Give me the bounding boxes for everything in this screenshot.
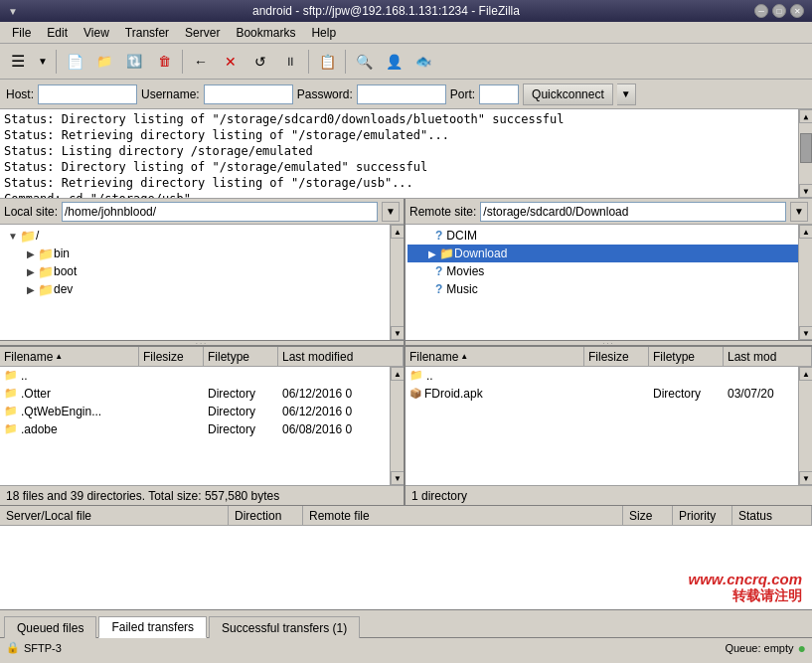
tree-item-download[interactable]: ▶ 📁 Download — [407, 245, 810, 262]
col-filesize-remote[interactable]: Filesize — [584, 347, 649, 366]
question-icon-music: ? — [435, 282, 442, 296]
password-label: Password: — [297, 87, 353, 101]
tree-toggle-boot[interactable]: ▶ — [24, 264, 38, 278]
titlebar: ▼ android - sftp://jpw@192.168.1.131:123… — [0, 0, 812, 22]
status-line-6: Command: cd "/storage/usb" — [4, 191, 808, 199]
password-input[interactable] — [357, 84, 446, 104]
tree-item-boot[interactable]: ▶ 📁 boot — [2, 262, 402, 280]
tree-item-music[interactable]: ? Music — [407, 280, 810, 298]
quickconnect-button[interactable]: Quickconnect — [523, 83, 613, 105]
th-server[interactable]: Server/Local file — [0, 506, 229, 525]
tree-toggle-root[interactable]: ▼ — [6, 229, 20, 243]
tab-failed[interactable]: Failed transfers — [98, 616, 207, 638]
th-priority[interactable]: Priority — [673, 506, 732, 525]
ltree-scroll-up[interactable]: ▲ — [391, 225, 404, 239]
remote-file-row-fdroid[interactable]: 📦 FDroid.apk Directory 03/07/20 — [406, 385, 812, 403]
remote-site-input[interactable] — [480, 202, 786, 222]
titlebar-arrow[interactable]: ▼ — [8, 6, 18, 17]
lfl-scroll-up[interactable]: ▲ — [391, 367, 404, 381]
th-status[interactable]: Status — [732, 506, 812, 525]
minimize-button[interactable]: ─ — [754, 4, 768, 18]
folder-icon-download: 📁 — [439, 247, 454, 260]
toolbar-logmanager[interactable]: 📋 — [313, 48, 341, 76]
menu-server[interactable]: Server — [177, 24, 228, 42]
local-filelist-scrollbar[interactable]: ▲ ▼ — [390, 367, 404, 485]
col-filename-local[interactable]: Filename ▲ — [0, 347, 139, 366]
remote-tree-scrollbar[interactable]: ▲ ▼ — [798, 225, 812, 340]
col-filesize-local[interactable]: Filesize — [139, 347, 204, 366]
remote-file-row-up[interactable]: 📁 .. — [406, 367, 812, 385]
th-remote[interactable]: Remote file — [303, 506, 623, 525]
menu-file[interactable]: File — [4, 24, 39, 42]
close-button[interactable]: ✕ — [790, 4, 804, 18]
scroll-up[interactable]: ▲ — [799, 109, 812, 123]
th-size[interactable]: Size — [623, 506, 673, 525]
statuslog-scrollbar[interactable]: ▲ ▼ — [798, 109, 812, 198]
remote-site-bar: Remote site: ▼ — [406, 199, 812, 225]
tree-toggle-dev[interactable]: ▶ — [24, 282, 38, 296]
tab-queued[interactable]: Queued files — [4, 616, 96, 638]
toolbar-back[interactable]: ← — [187, 48, 215, 76]
host-input[interactable] — [38, 84, 137, 104]
toolbar-search[interactable]: 🔍 — [350, 48, 378, 76]
col-filetype-remote[interactable]: Filetype — [649, 347, 724, 366]
menu-help[interactable]: Help — [303, 24, 344, 42]
scroll-down[interactable]: ▼ — [799, 184, 812, 198]
titlebar-title: android - sftp://jpw@192.168.1.131:1234 … — [252, 4, 520, 18]
toolbar-delete[interactable]: 🗑 — [150, 48, 178, 76]
ltree-scroll-down[interactable]: ▼ — [391, 326, 404, 340]
menu-bookmarks[interactable]: Bookmarks — [228, 24, 303, 42]
toolbar-opensite[interactable]: ☰ — [4, 48, 32, 76]
toolbar-newfile[interactable]: 📄 — [61, 48, 88, 76]
col-lastmod-remote[interactable]: Last mod — [724, 347, 812, 366]
tree-item-dcim[interactable]: ? DCIM — [407, 227, 810, 245]
rtree-scroll-up[interactable]: ▲ — [799, 225, 812, 239]
toolbar-refresh[interactable]: 🔃 — [120, 48, 148, 76]
remote-filelist-body: 📁 .. 📦 FDroid.apk Directory 03/07/20 — [406, 367, 812, 485]
tree-item-root[interactable]: ▼ 📁 / — [2, 227, 402, 245]
menu-view[interactable]: View — [76, 24, 117, 42]
th-direction[interactable]: Direction — [229, 506, 303, 525]
tab-successful[interactable]: Successful transfers (1) — [209, 616, 360, 638]
toolbar-user[interactable]: 👤 — [380, 48, 407, 76]
col-lastmod-local[interactable]: Last modified — [278, 347, 404, 366]
col-filename-remote[interactable]: Filename ▲ — [406, 347, 584, 366]
lfl-scroll-down[interactable]: ▼ — [391, 471, 404, 485]
rfl-scroll-up[interactable]: ▲ — [799, 367, 812, 381]
local-file-row-adobe[interactable]: 📁 .adobe Directory 06/08/2016 0 — [0, 420, 404, 438]
tree-item-bin[interactable]: ▶ 📁 bin — [2, 245, 402, 262]
rtree-scroll-down[interactable]: ▼ — [799, 326, 812, 340]
toolbar-reload[interactable]: ↺ — [246, 48, 274, 76]
toolbar-pause[interactable]: ⏸ — [276, 48, 304, 76]
quickconnect-dropdown[interactable]: ▼ — [617, 83, 636, 105]
username-input[interactable] — [204, 84, 293, 104]
local-file-row-otter[interactable]: 📁 .Otter Directory 06/12/2016 0 — [0, 385, 404, 403]
local-tree-scrollbar[interactable]: ▲ ▼ — [390, 225, 404, 340]
up-folder-icon: 📁 — [4, 369, 18, 382]
menu-transfer[interactable]: Transfer — [117, 24, 177, 42]
local-file-row-up[interactable]: 📁 .. — [0, 367, 404, 385]
status-line-5: Status: Retrieving directory listing of … — [4, 175, 808, 191]
rfl-scroll-down[interactable]: ▼ — [799, 471, 812, 485]
adobe-icon: 📁 — [4, 422, 18, 435]
toolbar-newdir[interactable]: 📁 — [90, 48, 118, 76]
toolbar-cancel[interactable]: ✕ — [217, 48, 244, 76]
menu-edit[interactable]: Edit — [39, 24, 76, 42]
toolbar: ☰ ▼ 📄 📁 🔃 🗑 ← ✕ ↺ ⏸ 📋 🔍 👤 🐟 — [0, 44, 812, 80]
maximize-button[interactable]: □ — [772, 4, 786, 18]
local-site-dropdown[interactable]: ▼ — [382, 202, 400, 222]
remote-filelist-scrollbar[interactable]: ▲ ▼ — [798, 367, 812, 485]
toolbar-fish[interactable]: 🐟 — [409, 48, 437, 76]
bottom-tabs: Queued files Failed transfers Successful… — [0, 609, 812, 637]
remote-site-dropdown[interactable]: ▼ — [790, 202, 808, 222]
left-panel-top: Local site: ▼ ▼ 📁 / ▶ 📁 bin — [0, 199, 406, 346]
port-input[interactable] — [479, 84, 519, 104]
tree-item-dev[interactable]: ▶ 📁 dev — [2, 280, 402, 298]
tree-toggle-download[interactable]: ▶ — [425, 247, 439, 260]
toolbar-opensite-dropdown[interactable]: ▼ — [34, 48, 52, 76]
col-filetype-local[interactable]: Filetype — [204, 347, 278, 366]
local-file-row-qt[interactable]: 📁 .QtWebEngin... Directory 06/12/2016 0 — [0, 403, 404, 420]
tree-toggle-bin[interactable]: ▶ — [24, 247, 38, 260]
tree-item-movies[interactable]: ? Movies — [407, 262, 810, 280]
local-site-input[interactable] — [62, 202, 378, 222]
